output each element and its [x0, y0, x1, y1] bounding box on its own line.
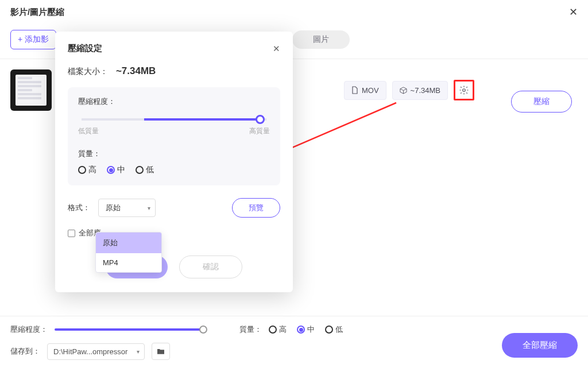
compression-slider[interactable] — [82, 118, 266, 121]
format-option-mp4[interactable]: MP4 — [96, 253, 161, 272]
page-title: 影片/圖片壓縮 — [10, 7, 64, 18]
compression-degree-label: 壓縮程度： — [78, 96, 270, 107]
settings-highlight — [454, 80, 474, 100]
apply-all-checkbox[interactable] — [68, 230, 75, 237]
media-type-tabs: 圖片 — [292, 30, 350, 49]
high-quality-label: 高質量 — [249, 126, 270, 136]
save-to-label: 儲存到： — [10, 346, 40, 357]
quality-label: 質量： — [78, 149, 270, 159]
filesize-value: ~7.34MB — [116, 65, 156, 76]
dialog-close-icon[interactable]: ✕ — [273, 44, 280, 54]
bottom-compression-slider[interactable] — [55, 328, 204, 331]
chevron-down-icon: ▾ — [137, 348, 140, 355]
svg-point-0 — [463, 89, 466, 92]
quality-radio-mid[interactable]: 中 — [107, 165, 125, 175]
bottom-quality-radio-high[interactable]: 高 — [269, 324, 287, 335]
bottom-degree-label: 壓縮程度： — [10, 324, 48, 335]
compress-button[interactable]: 壓縮 — [511, 91, 572, 113]
close-icon[interactable]: ✕ — [569, 6, 578, 18]
slider-thumb[interactable] — [256, 115, 265, 124]
gear-icon[interactable] — [457, 83, 471, 97]
add-media-button[interactable]: + 添加影 — [10, 30, 56, 49]
bottom-quality-radio-low[interactable]: 低 — [325, 324, 343, 335]
quality-radio-low[interactable]: 低 — [136, 165, 154, 175]
format-dropdown: 原始 MP4 — [95, 232, 162, 273]
bottom-quality-radio-mid[interactable]: 中 — [297, 324, 315, 335]
folder-icon — [156, 347, 165, 356]
dialog-title: 壓縮設定 — [68, 43, 102, 54]
file-thumbnail[interactable] — [10, 69, 52, 111]
format-select[interactable]: 原始 ▾ — [98, 199, 156, 217]
chevron-down-icon: ▾ — [148, 205, 150, 211]
compression-settings-dialog: 壓縮設定 ✕ 檔案大小： ~7.34MB 壓縮程度： 低質量 高質量 質量： 高… — [55, 32, 293, 292]
confirm-button[interactable]: 確認 — [179, 255, 242, 278]
preview-button[interactable]: 預覽 — [232, 198, 280, 218]
bottom-quality-label: 質量： — [239, 324, 262, 335]
document-icon — [351, 86, 358, 94]
low-quality-label: 低質量 — [78, 126, 99, 136]
cube-icon — [400, 87, 407, 94]
tab-image[interactable]: 圖片 — [292, 30, 350, 49]
format-label: 格式： — [68, 203, 90, 213]
quality-radio-high[interactable]: 高 — [78, 165, 96, 175]
save-path-select[interactable]: D:\HitPaw...ompressor ▾ — [47, 343, 145, 360]
file-size-chip: ~7.34MB — [392, 81, 448, 100]
file-format-chip: MOV — [344, 81, 386, 100]
format-option-original[interactable]: 原始 — [96, 233, 161, 253]
open-folder-button[interactable] — [152, 343, 170, 360]
filesize-label: 檔案大小： — [68, 67, 108, 76]
compress-all-button[interactable]: 全部壓縮 — [502, 333, 578, 358]
slider-thumb[interactable] — [199, 326, 207, 334]
